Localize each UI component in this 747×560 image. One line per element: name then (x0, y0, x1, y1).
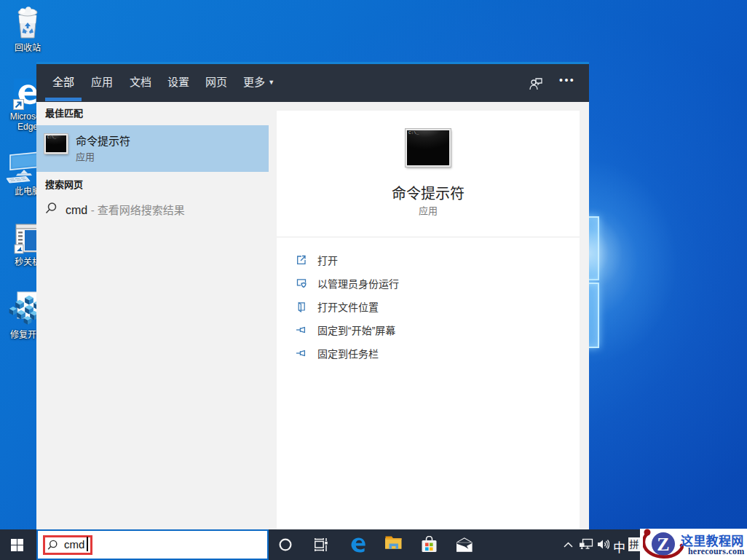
svg-text:Z: Z (657, 534, 669, 555)
